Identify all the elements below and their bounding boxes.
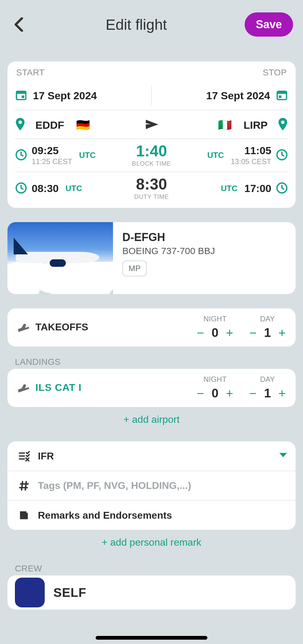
block-time-value: 1:40 (102, 143, 201, 159)
stop-date-value: 17 Sept 2024 (206, 90, 270, 102)
aircraft-type: BOEING 737-700 BBJ (122, 246, 286, 256)
aircraft-card[interactable]: D-EFGH BOEING 737-700 BBJ MP (7, 222, 296, 294)
day-label: DAY (247, 315, 287, 323)
start-date-value: 17 Sept 2024 (33, 90, 97, 102)
start-date[interactable]: 17 Sept 2024 (15, 89, 151, 102)
back-button[interactable] (11, 16, 28, 33)
takeoff-night-minus[interactable]: − (195, 327, 206, 339)
aircraft-registration: D-EFGH (122, 231, 286, 244)
approach-type[interactable]: ILS CAT I (35, 382, 195, 393)
utc-label: UTC (221, 184, 237, 193)
utc-label: UTC (79, 150, 96, 160)
stop-date[interactable]: 17 Sept 2024 (152, 89, 288, 102)
clock-icon (15, 182, 27, 195)
duty-off-time[interactable]: 17:00 (244, 182, 271, 195)
block-time-label: BLOCK TIME (102, 160, 201, 167)
takeoff-day-plus[interactable]: + (277, 327, 287, 339)
svg-rect-1 (16, 91, 26, 94)
landings-card: ILS CAT I NIGHT − 0 + DAY − 1 + (7, 369, 296, 407)
home-indicator (96, 636, 207, 640)
page-title: Edit flight (106, 16, 167, 33)
tags-placeholder: Tags (PM, PF, NVG, HOLDING,...) (38, 480, 287, 491)
takeoff-day-value: 1 (264, 326, 271, 340)
start-label: START (16, 68, 45, 78)
svg-point-7 (281, 120, 284, 124)
remarks-row[interactable]: Remarks and Endorsements (7, 500, 296, 530)
arrival-flag: 🇮🇹 (218, 119, 232, 132)
off-block-time[interactable]: 09:25 11:25 CEST (32, 145, 72, 166)
map-pin-icon (278, 118, 288, 132)
landing-day-value: 1 (264, 386, 271, 400)
landing-day-plus[interactable]: + (277, 387, 287, 400)
takeoffs-card: TAKEOFFS NIGHT − 0 + DAY − 1 + (7, 308, 296, 347)
landing-night-minus[interactable]: − (195, 387, 206, 400)
flight-times-card: START STOP 17 Sept 2024 17 Sept 2024 EDD… (7, 61, 296, 208)
flight-rules-value: IFR (38, 450, 279, 462)
flight-rules-row[interactable]: IFR (7, 441, 296, 471)
calendar-icon (276, 89, 288, 102)
clock-icon (276, 149, 288, 162)
map-pin-icon (15, 118, 25, 132)
aircraft-tag: MP (122, 261, 147, 276)
arrival-code: LIRP (244, 119, 268, 131)
remarks-label: Remarks and Endorsements (38, 510, 287, 521)
list-check-icon (16, 450, 32, 462)
avatar (15, 578, 45, 607)
svg-rect-5 (279, 96, 281, 98)
utc-label: UTC (207, 150, 224, 160)
day-label: DAY (247, 375, 287, 384)
takeoff-night-value: 0 (211, 326, 218, 340)
crew-self-row[interactable]: SELF (7, 575, 296, 610)
duty-time-value: 8:30 (89, 177, 214, 192)
crew-self-label: SELF (53, 586, 86, 600)
add-airport-link[interactable]: + add airport (0, 414, 303, 425)
night-label: NIGHT (195, 375, 235, 384)
aircraft-image (7, 222, 113, 294)
landings-section-label: LANDINGS (15, 357, 303, 367)
add-personal-remark-link[interactable]: + add personal remark (0, 537, 303, 548)
tags-row[interactable]: Tags (PM, PF, NVG, HOLDING,...) (7, 471, 296, 500)
on-block-time[interactable]: 11:05 13:05 CEST (231, 145, 271, 166)
svg-point-6 (18, 120, 22, 124)
duty-time-row: 08:30 UTC 8:30 DUTY TIME UTC 17:00 (15, 172, 288, 205)
svg-rect-4 (277, 91, 287, 94)
clock-icon (276, 182, 288, 195)
calendar-icon (15, 89, 27, 102)
airplane-icon (145, 118, 158, 132)
arrival-airport[interactable]: 🇮🇹 LIRP (162, 118, 288, 132)
date-row: 17 Sept 2024 17 Sept 2024 (15, 81, 288, 110)
airport-row: EDDF 🇩🇪 🇮🇹 LIRP (15, 110, 288, 138)
landing-icon (16, 381, 31, 395)
caret-down-icon (279, 453, 287, 459)
note-icon (16, 509, 32, 521)
duty-time-label: DUTY TIME (89, 193, 214, 200)
save-button[interactable]: Save (245, 12, 293, 37)
departure-flag: 🇩🇪 (76, 119, 90, 132)
departure-code: EDDF (35, 119, 64, 131)
landing-night-plus[interactable]: + (224, 387, 235, 400)
clock-icon (15, 149, 27, 162)
hash-icon (16, 480, 32, 491)
night-label: NIGHT (195, 315, 235, 323)
crew-section-label: CREW (15, 564, 303, 574)
utc-label: UTC (66, 184, 82, 193)
takeoff-night-plus[interactable]: + (224, 327, 235, 339)
takeoff-icon (16, 320, 31, 334)
chevron-left-icon (14, 17, 25, 32)
takeoffs-label: TAKEOFFS (35, 321, 195, 333)
details-card: IFR Tags (PM, PF, NVG, HOLDING,...) Rema… (7, 441, 296, 530)
block-time-row: 09:25 11:25 CEST UTC 1:40 BLOCK TIME UTC… (15, 138, 288, 172)
duty-on-time[interactable]: 08:30 (32, 182, 59, 195)
departure-airport[interactable]: EDDF 🇩🇪 (15, 118, 141, 132)
stop-label: STOP (263, 68, 287, 78)
landing-night-value: 0 (211, 386, 218, 400)
header: Edit flight Save (0, 0, 303, 47)
svg-rect-2 (22, 96, 24, 98)
landing-day-minus[interactable]: − (247, 387, 258, 400)
takeoff-day-minus[interactable]: − (247, 327, 258, 339)
